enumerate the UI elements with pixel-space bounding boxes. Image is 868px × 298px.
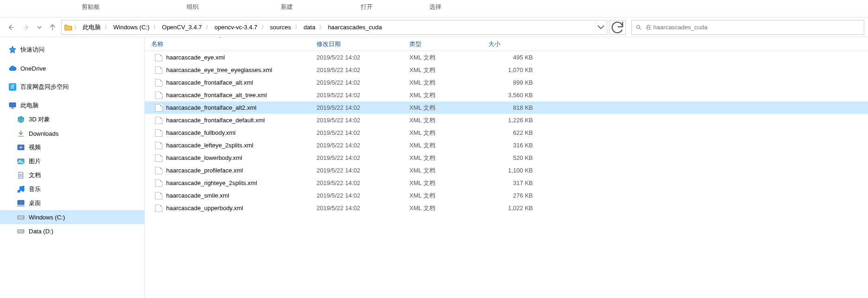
breadcrumb-5[interactable]: haarcascades_cuda — [325, 20, 384, 34]
file-type: XML 文档 — [409, 204, 488, 212]
file-row[interactable]: haarcascade_fullbody.xml2019/5/22 14:02X… — [145, 126, 868, 139]
file-size: 899 KB — [488, 79, 539, 86]
file-icon — [155, 167, 162, 174]
file-modified: 2019/5/22 14:02 — [317, 129, 409, 136]
chevron-right-icon[interactable]: 〉 — [294, 24, 301, 31]
forward-button[interactable] — [19, 20, 33, 34]
file-size: 1,100 KB — [488, 167, 539, 174]
chevron-right-icon[interactable]: 〉 — [104, 24, 110, 31]
back-button[interactable] — [4, 20, 18, 34]
chevron-right-icon[interactable]: 〉 — [152, 24, 159, 31]
file-name: haarcascade_fullbody.xml — [166, 129, 235, 136]
chevron-right-icon[interactable]: 〉 — [318, 24, 325, 31]
tree-child-item[interactable]: Data (D:) — [0, 224, 144, 238]
file-row[interactable]: haarcascade_lowerbody.xml2019/5/22 14:02… — [145, 152, 868, 164]
file-type: XML 文档 — [409, 91, 488, 99]
file-type: XML 文档 — [409, 141, 488, 150]
breadcrumb-2[interactable]: opencv-vc-3.4.7 — [212, 20, 260, 34]
tree-this-pc[interactable]: 此电脑 — [0, 99, 144, 113]
column-header-modified[interactable]: 修改日期 — [317, 40, 409, 48]
file-row[interactable]: haarcascade_upperbody.xml2019/5/22 14:02… — [145, 202, 868, 214]
svg-rect-1 — [9, 103, 16, 107]
music-icon — [17, 185, 25, 193]
tree-onedrive[interactable]: OneDrive — [0, 61, 144, 75]
file-name: haarcascade_profileface.xml — [166, 167, 243, 174]
recent-locations-button[interactable] — [35, 20, 44, 34]
star-icon — [8, 46, 17, 54]
file-row[interactable]: haarcascade_profileface.xml2019/5/22 14:… — [145, 164, 868, 177]
file-name: haarcascade_frontalface_alt.xml — [166, 79, 253, 86]
tree-child-item[interactable]: 音乐 — [0, 182, 144, 196]
file-type: XML 文档 — [409, 179, 488, 187]
up-button[interactable] — [45, 20, 59, 34]
svg-point-0 — [636, 25, 640, 28]
tree-child-item[interactable]: 图片 — [0, 154, 144, 168]
file-row[interactable]: haarcascade_frontalface_alt2.xml2019/5/2… — [145, 101, 868, 114]
file-row[interactable]: haarcascade_lefteye_2splits.xml2019/5/22… — [145, 139, 868, 152]
file-row[interactable]: haarcascade_eye.xml2019/5/22 14:02XML 文档… — [145, 51, 868, 64]
tree-child-item[interactable]: 3D 对象 — [0, 113, 144, 126]
file-type: XML 文档 — [409, 116, 488, 125]
chevron-right-icon[interactable]: 〉 — [205, 24, 212, 31]
file-type: XML 文档 — [409, 166, 488, 175]
column-header-size[interactable]: 大小 — [488, 40, 539, 48]
file-icon — [155, 66, 162, 74]
breadcrumb-this-pc[interactable]: 此电脑 — [80, 20, 104, 34]
breadcrumb-drive[interactable]: Windows (C:) — [110, 20, 152, 34]
tree-label: Downloads — [29, 130, 58, 137]
file-name: haarcascade_righteye_2splits.xml — [166, 179, 257, 186]
ribbon-group-organize: 组织 — [139, 3, 246, 11]
file-modified: 2019/5/22 14:02 — [317, 167, 409, 174]
column-header-type[interactable]: 类型 — [409, 40, 488, 48]
column-header-name[interactable]: 名称 ˆ — [145, 40, 317, 48]
chevron-right-icon[interactable]: 〉 — [260, 24, 267, 31]
tree-child-item[interactable]: 文档 — [0, 168, 144, 182]
breadcrumb-1[interactable]: OpenCV_3.4.7 — [159, 20, 205, 34]
tree-label: Data (D:) — [29, 228, 53, 235]
tree-child-item[interactable]: 视频 — [0, 140, 144, 154]
tree-child-item[interactable]: Windows (C:) — [0, 210, 144, 224]
drive-icon — [17, 213, 25, 221]
address-toolbar: 〉 此电脑 〉 Windows (C:) 〉 OpenCV_3.4.7 〉 op… — [0, 18, 868, 37]
refresh-button[interactable] — [609, 20, 626, 35]
file-size: 818 KB — [488, 104, 539, 111]
file-size: 1,226 KB — [488, 117, 539, 124]
search-input[interactable]: 在 haarcascades_cuda — [631, 20, 864, 35]
file-size: 3,560 KB — [488, 92, 539, 99]
file-row[interactable]: haarcascade_frontalface_alt.xml2019/5/22… — [145, 76, 868, 89]
file-list-pane: 名称 ˆ 修改日期 类型 大小 haarcascade_eye.xml2019/… — [145, 37, 868, 298]
file-name: haarcascade_smile.xml — [166, 192, 229, 199]
navigation-pane: 快速访问 OneDrive 度 百度网盘同步空间 此电脑 3D 对象Downlo… — [0, 37, 145, 298]
tree-child-item[interactable]: Downloads — [0, 126, 144, 140]
chevron-right-icon[interactable]: 〉 — [73, 24, 80, 31]
file-size: 622 KB — [488, 129, 539, 136]
file-type: XML 文档 — [409, 104, 488, 112]
3d-icon — [17, 115, 25, 124]
search-placeholder: 在 haarcascades_cuda — [646, 23, 707, 32]
sort-asc-icon: ˆ — [219, 37, 220, 42]
file-row[interactable]: haarcascade_righteye_2splits.xml2019/5/2… — [145, 177, 868, 189]
file-icon — [155, 179, 162, 187]
arrow-up-icon — [49, 24, 56, 31]
file-name: haarcascade_lowerbody.xml — [166, 154, 242, 161]
svg-point-9 — [23, 231, 24, 232]
baidu-icon: 度 — [8, 83, 17, 91]
file-row[interactable]: haarcascade_eye_tree_eyeglasses.xml2019/… — [145, 64, 868, 76]
address-bar[interactable]: 〉 此电脑 〉 Windows (C:) 〉 OpenCV_3.4.7 〉 op… — [61, 20, 607, 35]
tree-label: 视频 — [29, 143, 41, 152]
pc-icon — [8, 101, 17, 110]
file-icon — [155, 154, 162, 162]
breadcrumb-4[interactable]: data — [301, 20, 318, 34]
file-icon — [155, 205, 162, 212]
tree-child-item[interactable]: 桌面 — [0, 196, 144, 210]
tree-quick-access[interactable]: 快速访问 — [0, 43, 144, 57]
file-modified: 2019/5/22 14:02 — [317, 205, 409, 212]
file-modified: 2019/5/22 14:02 — [317, 66, 409, 73]
file-row[interactable]: haarcascade_frontalface_default.xml2019/… — [145, 114, 868, 126]
breadcrumb-3[interactable]: sources — [267, 20, 294, 34]
address-dropdown-button[interactable] — [595, 20, 607, 34]
file-row[interactable]: haarcascade_smile.xml2019/5/22 14:02XML … — [145, 189, 868, 202]
file-modified: 2019/5/22 14:02 — [317, 79, 409, 86]
file-row[interactable]: haarcascade_frontalface_alt_tree.xml2019… — [145, 89, 868, 101]
tree-baidu-sync[interactable]: 度 百度网盘同步空间 — [0, 80, 144, 94]
